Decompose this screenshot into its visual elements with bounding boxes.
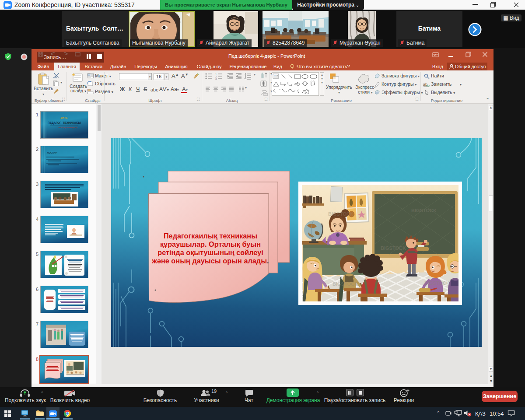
svg-text:Педагогкаилық техниканы: Педагогкаилық техниканы: [164, 232, 257, 240]
svg-text:BIGSTOCK: BIGSTOCK: [328, 211, 354, 217]
svg-text:3: 3: [215, 77, 217, 80]
svg-text:ретінда оқытушының сөйлеуі: ретінда оқытушының сөйлеуі: [158, 248, 263, 256]
svg-text:BIGSTOCK: BIGSTOCK: [411, 208, 437, 213]
svg-text:BIGSTOCK: BIGSTOCK: [332, 281, 358, 287]
svg-text:ПЕДАГОГ ТЕХНИКАСЫ: ПЕДАГОГ ТЕХНИКАСЫ: [48, 121, 81, 125]
svg-text:BIGSTOCK: BIGSTOCK: [424, 280, 450, 286]
svg-text:және оның дауысы орын алады.: және оның дауысы орын алады.: [151, 257, 269, 265]
svg-text:BIGSTOCK: BIGSTOCK: [381, 245, 406, 251]
svg-text:ac: ac: [427, 84, 430, 87]
svg-text:ЖОСПАР:: ЖОСПАР:: [46, 151, 57, 154]
svg-text:құраушылар. Орталық буын: құраушылар. Орталық буын: [160, 240, 261, 248]
svg-text:өте маңызды мәселелердің бірі: өте маңызды мәселелердің бірі: [58, 127, 77, 129]
svg-text:ДӘРІС:: ДӘРІС:: [60, 116, 68, 119]
